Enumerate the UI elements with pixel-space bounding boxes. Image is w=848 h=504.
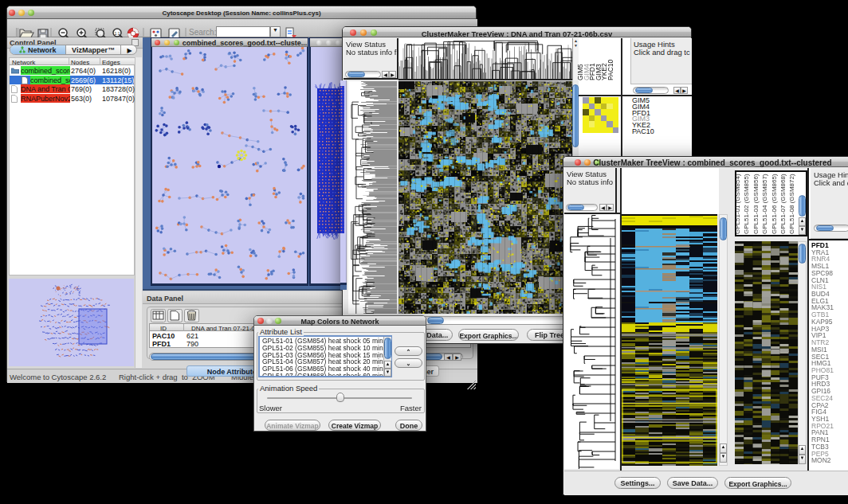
svg-text:1:1: 1:1 (115, 31, 120, 36)
